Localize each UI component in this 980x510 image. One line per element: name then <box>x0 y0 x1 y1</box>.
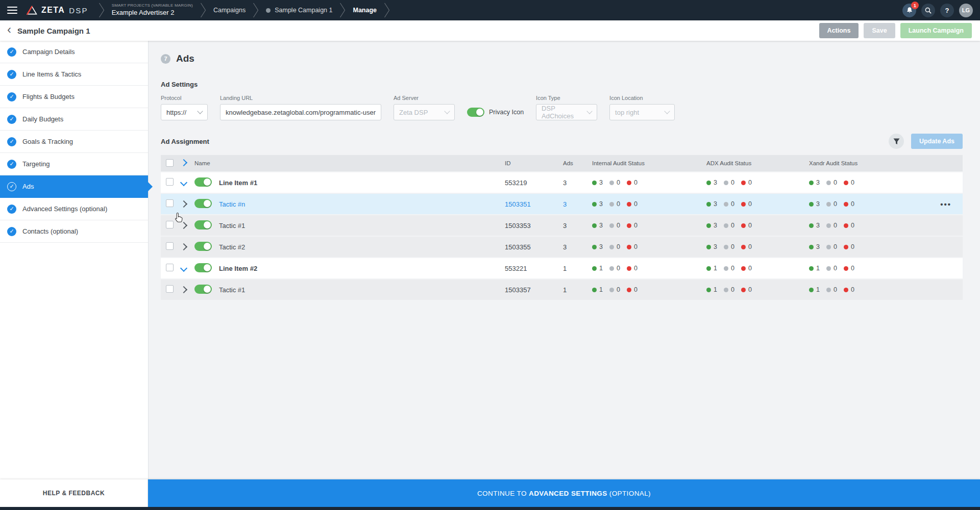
table-row[interactable]: Tactic #1 1503353 3 300 300 300 ••• <box>161 215 963 237</box>
row-ads-count: 3 <box>563 179 592 187</box>
breadcrumb-campaigns[interactable]: Campaigns <box>213 7 246 14</box>
menu-icon[interactable] <box>7 7 17 14</box>
save-button[interactable]: Save <box>864 23 895 38</box>
row-enabled-toggle[interactable] <box>194 285 212 294</box>
row-adx-audit-status: 300 <box>706 243 809 250</box>
audit-dot-approved: 1 <box>592 286 603 293</box>
audit-dot-pending: 0 <box>826 179 837 186</box>
breadcrumb-advertiser[interactable]: SMART PROJECTS (VARIABLE MARGIN) Example… <box>112 3 193 17</box>
row-checkbox[interactable] <box>166 264 174 271</box>
audit-dot-approved: 3 <box>592 200 603 208</box>
continue-button[interactable]: CONTINUE TO ADVANCED SETTINGS (OPTIONAL) <box>148 479 980 507</box>
row-internal-audit-status: 300 <box>592 243 706 250</box>
update-ads-button[interactable]: Update Ads <box>911 134 963 149</box>
breadcrumb-campaign[interactable]: Sample Campaign 1 <box>266 7 332 14</box>
step-badge: 7 <box>161 54 170 64</box>
row-expand-icon[interactable] <box>180 178 187 186</box>
sidebar-nav: ✓ Campaign Details ✓ Line Items & Tactic… <box>0 41 148 243</box>
row-expand-icon[interactable] <box>180 243 187 250</box>
row-internal-audit-status: 300 <box>592 200 706 208</box>
sidebar-item-daily-budgets[interactable]: ✓ Daily Budgets <box>0 108 148 131</box>
sidebar-item-goals-tracking[interactable]: ✓ Goals & Tracking <box>0 131 148 153</box>
table-row[interactable]: Line Item #2 553221 1 100 100 100 ••• <box>161 258 963 279</box>
row-checkbox[interactable] <box>166 242 174 250</box>
search-button[interactable] <box>921 4 935 17</box>
row-expand-icon[interactable] <box>180 221 187 228</box>
row-expand-icon[interactable] <box>180 200 187 207</box>
expand-all-icon[interactable] <box>180 159 187 166</box>
landing-url-input[interactable] <box>220 104 381 120</box>
launch-campaign-button[interactable]: Launch Campaign <box>900 23 972 38</box>
sidebar-item-label: Line Items & Tactics <box>22 70 81 78</box>
row-checkbox[interactable] <box>166 199 174 207</box>
user-avatar[interactable]: LG <box>959 4 973 17</box>
audit-dot-approved: 3 <box>706 200 717 208</box>
main-content: 7 Ads Ad Settings Protocol https:// Land… <box>149 41 980 479</box>
audit-dot-approved: 3 <box>809 222 820 229</box>
select-all-checkbox[interactable] <box>166 159 174 167</box>
row-name[interactable]: Line Item #2 <box>219 265 257 272</box>
row-checkbox[interactable] <box>166 178 174 186</box>
audit-dot-rejected: 0 <box>627 200 638 208</box>
filter-button[interactable] <box>889 134 904 149</box>
row-enabled-toggle[interactable] <box>194 199 212 208</box>
help-button[interactable]: ? <box>940 4 954 17</box>
row-expand-icon[interactable] <box>180 286 187 293</box>
audit-dot-pending: 0 <box>609 222 620 229</box>
notifications-button[interactable]: 1 <box>902 4 916 17</box>
check-icon: ✓ <box>7 115 16 124</box>
zeta-dsp-logo[interactable]: ZETA DSP <box>27 6 88 15</box>
row-enabled-toggle[interactable] <box>194 242 212 251</box>
row-name[interactable]: Line Item #1 <box>219 179 257 187</box>
row-xandr-audit-status: 300 <box>809 222 911 229</box>
table-row[interactable]: Tactic #n 1503351 3 300 300 300 ••• <box>161 194 963 215</box>
table-row[interactable]: Line Item #1 553219 3 300 300 300 ••• <box>161 172 963 194</box>
breadcrumb-manage[interactable]: Manage <box>353 7 377 14</box>
protocol-label: Protocol <box>161 95 208 101</box>
sidebar-item-label: Advanced Settings (optional) <box>22 205 107 213</box>
row-ads-count: 3 <box>563 200 592 208</box>
row-menu-icon[interactable]: ••• <box>940 200 951 209</box>
row-checkbox[interactable] <box>166 285 174 293</box>
row-name[interactable]: Tactic #n <box>219 200 245 208</box>
chevron-down-icon <box>444 108 450 114</box>
row-checkbox[interactable] <box>166 221 174 228</box>
sidebar-item-flights-budgets[interactable]: ✓ Flights & Budgets <box>0 86 148 108</box>
row-expand-icon[interactable] <box>180 264 187 271</box>
actions-button[interactable]: Actions <box>819 23 859 38</box>
protocol-select[interactable]: https:// <box>161 104 208 120</box>
sidebar-item-line-items-tactics[interactable]: ✓ Line Items & Tactics <box>0 63 148 86</box>
page-title: Ads <box>176 53 194 64</box>
sidebar-item-contacts-optional[interactable]: ✓ Contacts (optional) <box>0 220 148 243</box>
audit-dot-approved: 1 <box>809 286 820 293</box>
sidebar-item-targeting[interactable]: ✓ Targeting <box>0 153 148 175</box>
icon-location-select[interactable]: top right <box>609 104 675 120</box>
help-feedback-button[interactable]: HELP & FEEDBACK <box>0 479 148 507</box>
table-row[interactable]: Tactic #2 1503355 3 300 300 300 ••• <box>161 237 963 258</box>
audit-dot-pending: 0 <box>609 179 620 186</box>
row-xandr-audit-status: 300 <box>809 200 911 208</box>
sidebar-item-campaign-details[interactable]: ✓ Campaign Details <box>0 41 148 63</box>
sidebar-item-advanced-settings-optional[interactable]: ✓ Advanced Settings (optional) <box>0 198 148 220</box>
row-xandr-audit-status: 300 <box>809 179 911 186</box>
privacy-icon-toggle[interactable] <box>467 108 484 117</box>
table-row[interactable]: Tactic #1 1503357 1 100 100 100 ••• <box>161 279 963 301</box>
row-enabled-toggle[interactable] <box>194 220 212 230</box>
row-enabled-toggle[interactable] <box>194 263 212 272</box>
row-name[interactable]: Tactic #2 <box>219 243 245 251</box>
audit-dot-approved: 1 <box>809 265 820 272</box>
row-enabled-toggle[interactable] <box>194 177 212 187</box>
audit-dot-rejected: 0 <box>741 222 752 229</box>
row-ads-count: 3 <box>563 222 592 230</box>
top-nav-actions: 1 ? LG <box>902 4 973 17</box>
row-name[interactable]: Tactic #1 <box>219 222 245 230</box>
column-name[interactable]: Name <box>194 160 505 166</box>
ad-settings-title: Ad Settings <box>161 81 963 88</box>
row-ads-count: 1 <box>563 265 592 272</box>
breadcrumb-separator-icon <box>253 3 259 18</box>
sidebar-item-ads[interactable]: ✓ Ads <box>0 175 148 198</box>
back-button[interactable]: ‹ <box>7 23 11 36</box>
row-name[interactable]: Tactic #1 <box>219 286 245 294</box>
ad-server-select[interactable]: Zeta DSP <box>394 104 455 120</box>
icon-type-select[interactable]: DSP AdChoices <box>536 104 597 120</box>
